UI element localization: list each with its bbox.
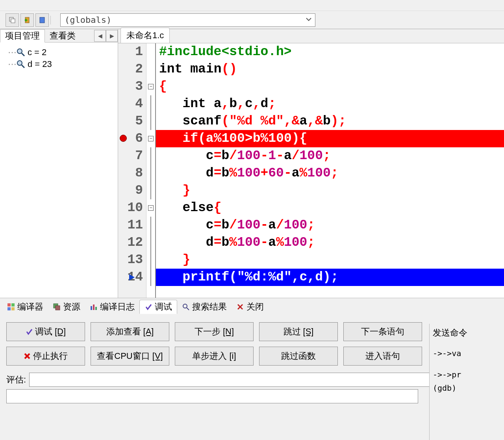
evaluate-row: 评估: bbox=[0, 369, 504, 389]
scope-dropdown[interactable]: (globals) bbox=[60, 13, 315, 27]
debug-button[interactable]: 调试[D] bbox=[6, 322, 85, 341]
tab-compiler[interactable]: 编译器 bbox=[2, 300, 48, 314]
watch-item[interactable]: ⋯d = 23 bbox=[8, 58, 118, 70]
svg-rect-16 bbox=[93, 304, 94, 310]
fold-column[interactable]: −−− bbox=[146, 43, 156, 298]
toolbar-button-2[interactable]: + bbox=[20, 13, 34, 27]
tab-debug[interactable]: 调试 bbox=[139, 300, 177, 314]
code-line[interactable]: #include<stdio.h> bbox=[156, 43, 504, 61]
tab-close[interactable]: 关闭 bbox=[232, 300, 269, 314]
code-line[interactable]: else{ bbox=[156, 199, 504, 217]
code-line[interactable]: } bbox=[156, 251, 504, 269]
fold-toggle[interactable]: − bbox=[148, 84, 154, 89]
svg-point-18 bbox=[183, 304, 187, 308]
top-toolbar-fragment bbox=[0, 0, 504, 11]
svg-text:+: + bbox=[24, 17, 28, 23]
file-tab-bar: 未命名1.c bbox=[118, 29, 504, 43]
tab-class-view[interactable]: 查看类 bbox=[45, 29, 80, 43]
add-watch-button[interactable]: 添加查看[A] bbox=[91, 322, 169, 341]
code-line[interactable]: d=b%100+60-a%100; bbox=[156, 165, 504, 182]
nav-left-button[interactable]: ◀ bbox=[94, 30, 106, 42]
gdb-log-line: ->->pr bbox=[433, 368, 504, 381]
gdb-log-line: (gdb) bbox=[433, 381, 504, 395]
step-into-button[interactable]: 单步进入[i] bbox=[175, 347, 254, 366]
stop-button[interactable]: 停止执行 bbox=[6, 347, 85, 366]
code-line[interactable]: int main() bbox=[156, 61, 504, 78]
code-line[interactable]: } bbox=[156, 182, 504, 199]
code-line[interactable]: int a,b,c,d; bbox=[156, 95, 504, 113]
next-statement-button[interactable]: 下一条语句 bbox=[343, 322, 422, 341]
fold-toggle[interactable]: − bbox=[148, 136, 154, 141]
svg-rect-9 bbox=[7, 303, 11, 306]
svg-line-6 bbox=[22, 53, 24, 56]
secondary-toolbar: + (globals) bbox=[0, 11, 504, 29]
debug-panel: 调试[D] 添加查看[A] 下一步[N] 跳过[S] 下一条语句 停止执行 查看… bbox=[0, 315, 504, 369]
tab-project-management[interactable]: 项目管理 bbox=[0, 29, 45, 43]
code-lines[interactable]: #include<stdio.h>int main(){ int a,b,c,d… bbox=[156, 43, 504, 298]
code-line[interactable]: d=b%100-a%100; bbox=[156, 234, 504, 251]
svg-rect-4 bbox=[40, 17, 44, 23]
breakpoint-icon[interactable] bbox=[120, 135, 127, 142]
svg-rect-12 bbox=[11, 307, 15, 310]
svg-rect-17 bbox=[95, 307, 97, 310]
tab-search-results[interactable]: 搜索结果 bbox=[177, 300, 232, 314]
evaluate-input[interactable] bbox=[29, 373, 498, 387]
next-step-button[interactable]: 下一步[N] bbox=[175, 322, 254, 341]
tab-resources[interactable]: 资源 bbox=[48, 300, 85, 314]
sidebar: 项目管理 查看类 ◀ ▶ ⋯c = 2⋯d = 23 bbox=[0, 29, 118, 298]
evaluate-result-box[interactable] bbox=[6, 389, 418, 403]
svg-rect-10 bbox=[11, 303, 15, 306]
code-line[interactable]: { bbox=[156, 78, 504, 95]
svg-rect-1 bbox=[11, 19, 15, 23]
svg-rect-14 bbox=[56, 306, 60, 310]
gdb-log-line: ->->va bbox=[433, 347, 504, 360]
code-line[interactable]: if(a%100>b%100){ bbox=[156, 130, 504, 147]
code-editor[interactable]: 1234567891011121314 −−− #include<stdio.h… bbox=[118, 43, 504, 298]
watch-item[interactable]: ⋯c = 2 bbox=[8, 46, 118, 58]
evaluate-label: 评估: bbox=[6, 374, 26, 386]
editor-region: 未命名1.c 1234567891011121314 −−− #include<… bbox=[118, 29, 504, 298]
tab-compile-log[interactable]: 编译日志 bbox=[85, 300, 139, 314]
into-statement-button[interactable]: 进入语句 bbox=[343, 347, 422, 366]
code-line[interactable]: scanf("%d %d",&a,&b); bbox=[156, 113, 504, 130]
gdb-panel-title: 发送命令 bbox=[433, 327, 504, 339]
current-line-arrow-icon bbox=[129, 274, 135, 280]
toolbar-separator bbox=[50, 16, 51, 24]
bottom-tab-bar: 编译器 资源 编译日志 调试 搜索结果 关闭 bbox=[0, 298, 504, 315]
magnifier-icon bbox=[17, 60, 25, 69]
nav-right-button[interactable]: ▶ bbox=[106, 30, 118, 42]
svg-point-7 bbox=[17, 61, 22, 65]
svg-line-8 bbox=[22, 65, 24, 68]
watch-tree: ⋯c = 2⋯d = 23 bbox=[0, 43, 118, 70]
svg-rect-11 bbox=[7, 307, 11, 310]
svg-line-19 bbox=[187, 308, 189, 310]
svg-point-5 bbox=[17, 49, 22, 54]
toolbar-button-3[interactable] bbox=[35, 13, 49, 27]
code-line[interactable]: c=b/100-1-a/100; bbox=[156, 147, 504, 165]
gdb-command-panel: 发送命令 ->->va ->->pr (gdb) bbox=[429, 324, 504, 440]
chevron-down-icon bbox=[306, 16, 312, 22]
toolbar-button-1[interactable] bbox=[6, 13, 19, 27]
code-line[interactable]: printf("%d:%d",c,d); bbox=[156, 269, 504, 286]
file-tab[interactable]: 未命名1.c bbox=[120, 28, 170, 43]
step-over-function-button[interactable]: 跳过函数 bbox=[259, 347, 338, 366]
scope-text: (globals) bbox=[65, 15, 111, 25]
svg-rect-15 bbox=[91, 306, 92, 310]
line-number-gutter[interactable]: 1234567891011121314 bbox=[118, 43, 146, 298]
cpu-window-button[interactable]: 查看CPU窗口[V] bbox=[91, 347, 169, 366]
code-line[interactable]: c=b/100-a/100; bbox=[156, 217, 504, 234]
step-over-button[interactable]: 跳过[S] bbox=[259, 322, 338, 341]
sidebar-tabs: 项目管理 查看类 ◀ ▶ bbox=[0, 29, 118, 43]
fold-toggle[interactable]: − bbox=[148, 205, 154, 211]
magnifier-icon bbox=[17, 48, 25, 57]
